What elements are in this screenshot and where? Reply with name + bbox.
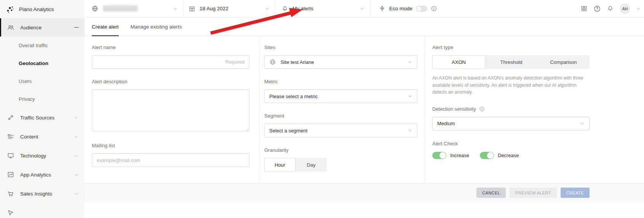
chevron-down-icon — [74, 116, 78, 120]
piano-analytics-logo-icon — [6, 5, 15, 14]
detection-sensitivity-value: Medium — [437, 121, 575, 126]
sidebar-subitem-overall-traffic[interactable]: Overall traffic — [0, 37, 85, 54]
create-button[interactable]: CREATE — [561, 188, 590, 198]
sidebar-item-label: Content — [20, 134, 69, 140]
eco-mode-toggle[interactable] — [416, 6, 427, 12]
traffic-sources-icon — [7, 114, 14, 121]
avatar[interactable]: AH — [620, 3, 630, 14]
alert-type-option-threshold[interactable]: Threshold — [485, 55, 537, 69]
mailing-list-label: Mailing list — [92, 143, 249, 148]
alert-description-textarea[interactable] — [92, 89, 249, 131]
sidebar-item-label: Traffic Sources — [20, 115, 69, 121]
metric-selected-value: Please select a metric — [269, 94, 403, 99]
chevron-down-icon — [74, 192, 78, 196]
sidebar-item-content[interactable]: Content — [0, 127, 85, 146]
collapse-minus-icon[interactable] — [74, 25, 79, 30]
alert-tabs: Create alert Manage existing alerts — [85, 18, 644, 36]
sidebar-subitem-users[interactable]: Users — [0, 72, 85, 90]
alert-type-description: An AXON alert is based on AXON's anomaly… — [432, 75, 590, 96]
topbar-right-icons: AH — [580, 3, 644, 14]
granularity-label: Granularity — [264, 147, 417, 153]
pointer-icon — [7, 209, 14, 216]
sidebar-item-traffic-sources[interactable]: Traffic Sources — [0, 108, 85, 127]
sidebar: Piano Analytics Audience Overall traffic… — [0, 0, 85, 218]
brand: Piano Analytics — [0, 0, 85, 18]
sidebar-item-partial[interactable] — [0, 203, 85, 218]
tab-manage-existing-alerts[interactable]: Manage existing alerts — [131, 18, 182, 36]
date-picker[interactable]: 18 Aug 2022 — [183, 0, 275, 17]
chevron-down-icon — [580, 121, 585, 126]
info-icon[interactable] — [479, 106, 485, 112]
create-alert-form: Alert name Required Alert description — [85, 36, 644, 183]
granularity-option-day[interactable]: Day — [296, 158, 327, 172]
sidebar-item-label: Sales Insights — [20, 191, 69, 197]
info-icon[interactable] — [431, 5, 437, 12]
monitor-icon — [7, 152, 14, 159]
chevron-down-icon — [74, 173, 78, 177]
tab-create-alert[interactable]: Create alert — [92, 18, 119, 36]
sidebar-item-app-analytics[interactable]: App Analytics — [0, 165, 85, 184]
detection-sensitivity-select[interactable]: Medium — [432, 117, 590, 130]
chevron-down-icon — [408, 128, 412, 133]
sites-select[interactable]: Site test Ariane — [264, 55, 417, 69]
chevron-down-icon — [74, 154, 78, 158]
sidebar-item-label: Audience — [20, 25, 69, 30]
preview-alert-button[interactable]: PREVIEW ALERT — [510, 188, 557, 198]
alert-type-label: Alert type — [432, 45, 590, 50]
my-alerts-label: My alerts — [292, 6, 313, 11]
cart-icon — [7, 190, 14, 197]
sidebar-subitem-geolocation[interactable]: Geolocation — [0, 54, 85, 72]
sites-selected-value: Site test Ariane — [281, 59, 403, 65]
sidebar-subitem-privacy[interactable]: Privacy — [0, 90, 85, 108]
chevron-down-icon — [408, 94, 412, 99]
alert-type-option-axon[interactable]: AXON — [432, 55, 485, 69]
form-column-scope: Sites Site test Ariane M — [259, 36, 425, 183]
bottom-strip — [85, 202, 644, 218]
bell-icon — [281, 5, 288, 12]
sidebar-item-label: App Analytics — [20, 172, 69, 178]
alert-name-label: Alert name — [92, 45, 249, 50]
cancel-button[interactable]: CANCEL — [476, 188, 506, 198]
metric-select[interactable]: Please select a metric — [264, 89, 417, 103]
detection-sensitivity-label: Detection sensitivity — [432, 106, 476, 112]
notifications-bell-icon[interactable] — [607, 5, 614, 12]
main-area: 18 Aug 2022 My alerts — [85, 0, 644, 218]
chevron-down-icon[interactable] — [636, 6, 641, 11]
alert-type-switch: AXON Threshold Comparison — [432, 55, 590, 69]
sidebar-item-sales-insights[interactable]: Sales Insights — [0, 184, 85, 203]
app-root: Piano Analytics Audience Overall traffic… — [0, 0, 644, 218]
sites-label: Sites — [264, 45, 417, 50]
eco-mode-control: Eco mode — [370, 0, 437, 17]
chevron-down-icon — [74, 135, 78, 139]
eco-mode-label: Eco mode — [389, 6, 412, 11]
sidebar-item-label: Technology — [20, 153, 69, 159]
mailing-list-input[interactable] — [97, 154, 244, 167]
my-alerts-dropdown[interactable]: My alerts — [275, 0, 370, 17]
segment-select[interactable]: Select a segment — [264, 124, 417, 137]
sidebar-item-technology[interactable]: Technology — [0, 146, 85, 165]
decrease-toggle[interactable] — [480, 152, 494, 159]
form-column-basics: Alert name Required Alert description — [85, 36, 259, 183]
calendar-icon — [189, 5, 195, 12]
apps-grid-icon[interactable] — [580, 5, 588, 12]
chevron-down-icon — [265, 6, 270, 11]
sidebar-item-audience[interactable]: Audience — [0, 18, 85, 37]
decrease-label: Decrease — [498, 153, 519, 158]
granularity-option-hour[interactable]: Hour — [264, 158, 296, 172]
increase-toggle[interactable] — [432, 152, 446, 159]
line-chart-icon — [7, 171, 14, 178]
resize-grip-icon[interactable] — [245, 128, 249, 132]
increase-toggle-group: Increase — [432, 152, 469, 159]
site-selector[interactable] — [85, 0, 183, 17]
help-icon[interactable] — [593, 5, 601, 13]
alert-name-input[interactable] — [97, 56, 244, 68]
chevron-down-icon — [173, 6, 177, 11]
redacted-site-name — [103, 5, 138, 12]
form-footer: CANCEL PREVIEW ALERT CREATE — [85, 183, 644, 202]
globe-icon — [91, 5, 99, 12]
decrease-toggle-group: Decrease — [480, 152, 519, 159]
alert-name-field-wrap: Required — [92, 55, 249, 69]
chevron-down-icon — [408, 60, 412, 64]
alert-type-option-comparison[interactable]: Comparison — [537, 55, 590, 69]
granularity-switch: Hour Day — [264, 158, 327, 172]
